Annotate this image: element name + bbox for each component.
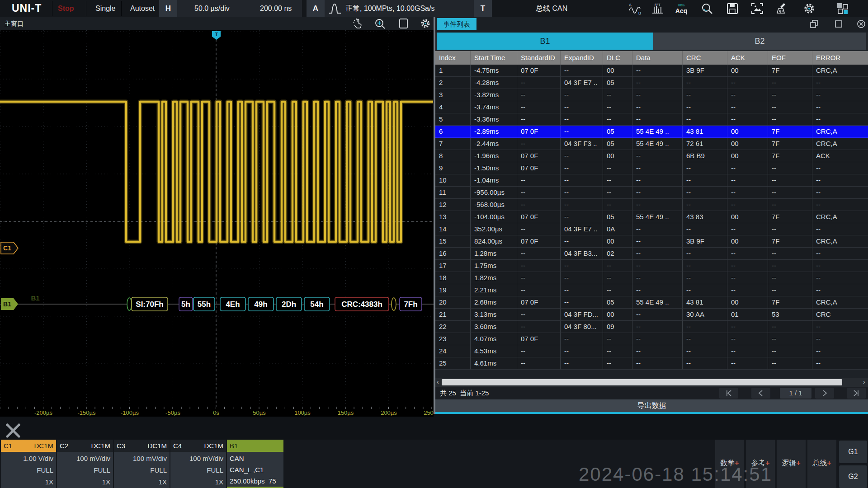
single-button[interactable]: Single — [95, 0, 115, 17]
event-row-13[interactable]: 13-104.00µs07 0F--0555 4E 49 ..43 83007F… — [435, 211, 868, 223]
cell: -- — [683, 272, 727, 284]
event-row-18[interactable]: 181.82ms---------------- — [435, 272, 868, 284]
column-header-error: ERROR — [812, 51, 868, 65]
event-row-17[interactable]: 171.75ms---------------- — [435, 260, 868, 272]
event-row-19[interactable]: 192.21ms---------------- — [435, 284, 868, 296]
autoset-button[interactable]: Autoset — [130, 0, 155, 17]
cell: 2.21ms — [471, 284, 517, 296]
event-row-9[interactable]: 9-1.50ms07 0F-------------- — [435, 162, 868, 174]
prev-page-button[interactable] — [751, 388, 770, 399]
event-row-20[interactable]: 202.68ms07 0F--0555 4E 49 ..43 81007FCRC… — [435, 296, 868, 309]
cell: -- — [632, 345, 683, 357]
cell: -- — [727, 248, 768, 260]
event-row-23[interactable]: 234.07ms07 0F-------------- — [435, 333, 868, 345]
cell: -- — [517, 357, 561, 370]
cell: -- — [632, 101, 683, 113]
pulse-icon — [328, 2, 342, 14]
cell: -- — [632, 333, 683, 345]
cell: -- — [603, 174, 632, 187]
add-button-1[interactable]: 参考+ — [745, 440, 775, 488]
screenshot-icon[interactable] — [751, 2, 764, 15]
add-button-3[interactable]: 总线+ — [807, 440, 836, 488]
zoom-in-icon[interactable] — [374, 18, 386, 29]
cell: -- — [561, 235, 603, 248]
cell: 00 — [727, 235, 768, 248]
timebase-panel[interactable]: 50.0 µs/div 200.00 ns — [177, 0, 302, 17]
tools-icon[interactable] — [4, 420, 23, 440]
channel-block-c2[interactable]: C2DC1M100 mV/divFULL1X — [57, 440, 113, 488]
cell: -- — [517, 174, 561, 187]
gear-icon[interactable] — [420, 18, 431, 29]
search-icon[interactable] — [701, 2, 714, 15]
event-row-5[interactable]: 5-3.36ms---------------- — [435, 113, 868, 126]
fft-icon[interactable]: FFT — [651, 2, 665, 15]
event-row-10[interactable]: 10-1.04ms---------------- — [435, 174, 868, 187]
delay-value[interactable]: 200.00 ns — [260, 0, 292, 17]
event-row-14[interactable]: 14352.00µs--04 3F E7 ..0A---------- — [435, 223, 868, 235]
event-row-15[interactable]: 15824.00µs07 0F--00--3B 9F007FCRC,A — [435, 235, 868, 248]
tab-b2[interactable]: B2 — [653, 33, 866, 50]
maximize-icon[interactable] — [834, 19, 843, 28]
event-list-tab[interactable]: 事件列表 — [437, 18, 476, 30]
cell: -- — [561, 272, 603, 284]
next-page-button[interactable] — [815, 388, 834, 399]
event-row-8[interactable]: 8-1.96ms07 0F--00--6B B9007FACK — [435, 150, 868, 162]
export-data-button[interactable]: 导出数据 — [435, 399, 868, 412]
touch-icon[interactable] — [352, 18, 363, 29]
channel-block-c4[interactable]: C4DC1M100 mV/divFULL1X — [170, 440, 226, 488]
channel-block-c3[interactable]: C3DC1M100 mV/divFULL1X — [114, 440, 170, 488]
bus-block-b1[interactable]: B1CANCAN_L ,C1250.00kbps 75 — [227, 440, 283, 488]
acq-ultra-icon[interactable]: Ultra Acq — [674, 2, 689, 15]
axis-label: 150µs — [338, 409, 354, 416]
cell: -- — [812, 248, 868, 260]
cell: -- — [517, 199, 561, 211]
event-row-12[interactable]: 12-568.00µs---------------- — [435, 199, 868, 211]
g1-button[interactable]: G1 — [839, 441, 867, 463]
event-row-3[interactable]: 3-3.82ms---------------- — [435, 89, 868, 101]
brush-icon[interactable] — [776, 2, 789, 15]
cell: -568.00µs — [471, 199, 517, 211]
acquisition-panel[interactable]: 正常, 100MPts, 10.00GSa/s — [325, 0, 474, 17]
event-row-6[interactable]: 6-2.89ms07 0F--0555 4E 49 ..43 81007FCRC… — [435, 126, 868, 138]
event-row-21[interactable]: 213.13ms--04 3F FD...00--30 AA0153CRC — [435, 309, 868, 321]
add-button-2[interactable]: 逻辑+ — [776, 440, 806, 488]
measure-icon[interactable]: A B — [628, 2, 642, 15]
channel-info-line: 100 mV/div — [173, 453, 223, 465]
layout-icon[interactable] — [835, 2, 849, 15]
event-row-2[interactable]: 2-4.28ms--04 3F E7 ..05---------- — [435, 77, 868, 89]
first-page-button[interactable] — [719, 388, 738, 399]
settings-icon[interactable] — [803, 2, 816, 15]
restore-icon[interactable] — [810, 19, 819, 28]
cell: -- — [632, 309, 683, 321]
g2-button[interactable]: G2 — [839, 465, 867, 488]
event-row-22[interactable]: 223.60ms--04 3F 80...09---------- — [435, 321, 868, 333]
scroll-left-arrow[interactable]: ‹ — [437, 378, 439, 387]
save-icon[interactable] — [726, 2, 740, 15]
cell: -- — [561, 296, 603, 309]
last-page-button[interactable] — [847, 388, 866, 399]
bus-status-label[interactable]: 总线 CAN — [536, 0, 567, 17]
add-button-0[interactable]: 数学+ — [714, 440, 744, 488]
horizontal-button[interactable]: H — [159, 0, 177, 17]
scrollbar-thumb[interactable] — [442, 379, 842, 385]
tab-b1[interactable]: B1 — [437, 33, 653, 50]
cell: 3B 9F — [683, 65, 727, 77]
event-row-4[interactable]: 4-3.74ms---------------- — [435, 101, 868, 113]
event-row-1[interactable]: 1-4.75ms07 0F--00--3B 9F007FCRC,A — [435, 65, 868, 77]
timebase-value[interactable]: 50.0 µs/div — [194, 0, 230, 17]
waveform-display[interactable]: -200µs-150µs-100µs-50µs0s50µs100µs150µs2… — [0, 30, 434, 417]
channel-block-c1[interactable]: C1DC1M1.00 V/divFULL1X — [1, 440, 56, 488]
rect-select-icon[interactable] — [398, 18, 410, 29]
event-row-25[interactable]: 254.61ms---------------- — [435, 357, 868, 370]
event-row-24[interactable]: 244.53ms---------------- — [435, 345, 868, 357]
scroll-right-arrow[interactable]: › — [863, 378, 865, 387]
close-icon[interactable] — [857, 19, 866, 28]
horizontal-scrollbar[interactable]: ‹ › — [435, 378, 868, 387]
event-row-16[interactable]: 161.28ms--04 3F B3...02---------- — [435, 248, 868, 260]
event-row-11[interactable]: 11-956.00µs---------------- — [435, 187, 868, 199]
run-stop-button[interactable]: Stop — [58, 0, 74, 17]
acquire-button[interactable]: A — [307, 0, 325, 17]
cell: -- — [727, 260, 768, 272]
event-row-7[interactable]: 7-2.44ms--04 3F F3 ..0555 4E 49 ..72 610… — [435, 138, 868, 150]
trigger-button[interactable]: T — [474, 0, 492, 17]
